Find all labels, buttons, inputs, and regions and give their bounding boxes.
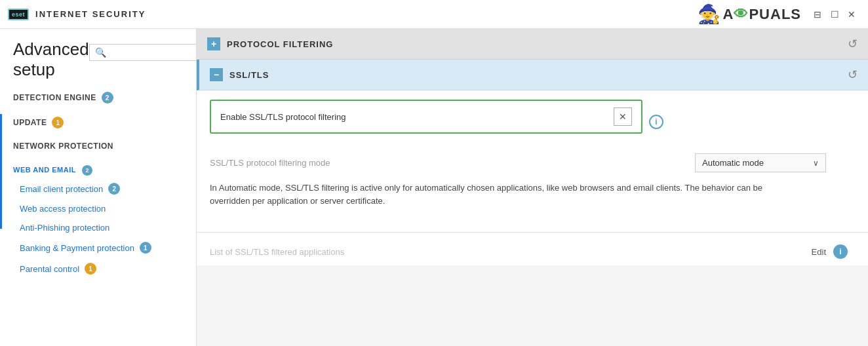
banking-payment-label: Banking & Payment protection xyxy=(20,243,134,253)
sidebar-title: Advanced setup xyxy=(13,39,89,80)
protocol-filtering-title: PROTOCOL FILTERING xyxy=(227,39,841,49)
update-label: UPDATE xyxy=(13,118,47,127)
sidebar-item-anti-phishing[interactable]: Anti-Phishing protection xyxy=(0,218,196,237)
search-area: 🔍 ✕ ? xyxy=(89,42,197,63)
ssl-mode-area: SSL/TLS protocol filtering mode Automati… xyxy=(197,151,868,179)
sidebar: Advanced setup 🔍 ✕ ? DETECTION ENGINE 2 xyxy=(0,29,197,346)
sidebar-item-parental-control[interactable]: Parental control 1 xyxy=(0,258,196,279)
parental-control-badge: 1 xyxy=(85,263,96,275)
search-icon: 🔍 xyxy=(95,47,106,58)
detection-engine-badge: 2 xyxy=(102,92,113,104)
ssl-mode-arrow-icon: ∨ xyxy=(813,159,819,168)
ssl-content-divider xyxy=(197,232,868,233)
appuals-character-icon: 🧙 xyxy=(698,3,720,25)
ssl-toggle-clear-button[interactable]: ✕ xyxy=(614,107,632,126)
search-box[interactable]: 🔍 ✕ xyxy=(89,44,197,61)
ssl-mode-row: SSL/TLS protocol filtering mode Automati… xyxy=(210,153,826,172)
sidebar-item-web-access[interactable]: Web access protection xyxy=(0,199,196,218)
search-input[interactable] xyxy=(110,48,197,58)
ssl-tls-section: − SSL/TLS ↺ xyxy=(197,60,868,90)
title-bar-right: 🧙 A👁PUALS ⊟ ☐ ✕ xyxy=(698,3,858,25)
ssl-list-info-icon[interactable]: i xyxy=(833,244,848,259)
ssl-tls-reset-button[interactable]: ↺ xyxy=(848,67,858,82)
ssl-enable-label: Enable SSL/TLS protocol filtering xyxy=(220,112,611,122)
title-bar-left: eset INTERNET SECURITY xyxy=(8,9,146,20)
sidebar-category-web-email[interactable]: WEB AND EMAIL 2 xyxy=(0,157,196,178)
ssl-mode-label: SSL/TLS protocol filtering mode xyxy=(210,158,688,168)
update-badge: 1 xyxy=(52,117,64,128)
ssl-tls-content: Enable SSL/TLS protocol filtering ✕ i SS… xyxy=(197,90,868,265)
title-bar: eset INTERNET SECURITY 🧙 A👁PUALS ⊟ ☐ ✕ xyxy=(0,0,868,29)
ssl-description-area: In Automatic mode, SSL/TLS filtering is … xyxy=(197,179,868,227)
web-access-label: Web access protection xyxy=(20,204,106,214)
ssl-list-row: List of SSL/TLS filtered applications Ed… xyxy=(210,247,826,257)
ssl-list-edit-button[interactable]: Edit xyxy=(812,247,826,257)
app-name-label: INTERNET SECURITY xyxy=(35,9,146,19)
email-client-label: Email client protection xyxy=(20,184,103,194)
nav-section: DETECTION ENGINE 2 UPDATE 1 NETWORK PROT… xyxy=(0,85,196,279)
ssl-tls-collapse-button[interactable]: − xyxy=(210,68,223,81)
ssl-tls-title: SSL/TLS xyxy=(229,70,841,80)
appuals-logo: 🧙 A👁PUALS xyxy=(698,3,801,25)
ssl-list-side: i xyxy=(826,244,855,259)
appuals-brand-text: A👁PUALS xyxy=(723,6,801,23)
maximize-button[interactable]: ☐ xyxy=(829,9,840,20)
web-email-badge: 2 xyxy=(82,165,92,176)
minimize-button[interactable]: ⊟ xyxy=(812,9,823,20)
window-controls: ⊟ ☐ ✕ xyxy=(812,9,858,20)
eset-logo: eset xyxy=(8,9,29,20)
banking-payment-badge: 1 xyxy=(140,242,151,254)
close-button[interactable]: ✕ xyxy=(846,9,858,20)
ssl-list-area: List of SSL/TLS filtered applications Ed… xyxy=(197,238,868,265)
ssl-enable-toggle-row: Enable SSL/TLS protocol filtering ✕ xyxy=(210,100,642,134)
app-window: eset INTERNET SECURITY 🧙 A👁PUALS ⊟ ☐ ✕ A… xyxy=(0,0,868,346)
email-client-badge: 2 xyxy=(108,183,120,195)
protocol-filtering-reset-button[interactable]: ↺ xyxy=(848,37,858,51)
web-email-label: WEB AND EMAIL xyxy=(13,166,76,174)
ssl-toggle-area: Enable SSL/TLS protocol filtering ✕ i xyxy=(197,90,868,151)
protocol-filtering-section: + PROTOCOL FILTERING ↺ xyxy=(197,29,868,60)
sidebar-item-detection-engine[interactable]: DETECTION ENGINE 2 xyxy=(0,85,196,110)
network-protection-label: NETWORK PROTECTION xyxy=(13,142,113,151)
anti-phishing-label: Anti-Phishing protection xyxy=(20,223,109,233)
ssl-list-label: List of SSL/TLS filtered applications xyxy=(210,247,504,257)
sidebar-header-row: Advanced setup 🔍 ✕ ? xyxy=(0,29,196,85)
content-area: + PROTOCOL FILTERING ↺ − SSL/TLS ↺ Enabl… xyxy=(197,29,868,346)
detection-engine-label: DETECTION ENGINE xyxy=(13,93,96,102)
parental-control-label: Parental control xyxy=(20,264,79,274)
ssl-enable-info-icon[interactable]: i xyxy=(649,115,663,129)
active-section-indicator xyxy=(0,114,2,229)
sidebar-item-network-protection[interactable]: NETWORK PROTECTION xyxy=(0,135,196,157)
sidebar-item-update[interactable]: UPDATE 1 xyxy=(0,110,196,135)
main-layout: Advanced setup 🔍 ✕ ? DETECTION ENGINE 2 xyxy=(0,29,868,346)
ssl-mode-value: Automatic mode xyxy=(702,158,764,168)
ssl-description-text: In Automatic mode, SSL/TLS filtering is … xyxy=(210,182,826,207)
ssl-mode-dropdown[interactable]: Automatic mode ∨ xyxy=(695,153,826,172)
sidebar-item-email-client[interactable]: Email client protection 2 xyxy=(0,178,196,199)
protocol-filtering-expand-button[interactable]: + xyxy=(207,37,220,50)
sidebar-item-banking-payment[interactable]: Banking & Payment protection 1 xyxy=(0,237,196,258)
